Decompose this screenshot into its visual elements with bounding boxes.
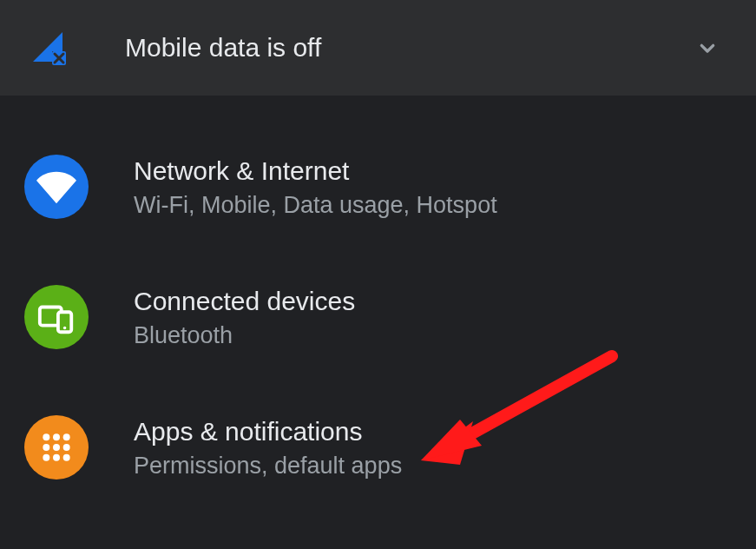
settings-item-text: Network & Internet Wi-Fi, Mobile, Data u… xyxy=(134,155,497,219)
apps-icon xyxy=(24,415,89,480)
settings-item-subtitle: Bluetooth xyxy=(134,322,355,349)
svg-point-9 xyxy=(43,444,49,451)
settings-item-text: Connected devices Bluetooth xyxy=(134,286,355,349)
settings-item-connected-devices[interactable]: Connected devices Bluetooth xyxy=(0,252,756,382)
settings-item-network[interactable]: Network & Internet Wi-Fi, Mobile, Data u… xyxy=(0,122,756,252)
expand-chevron[interactable] xyxy=(690,30,725,65)
svg-point-5 xyxy=(63,327,66,329)
devices-icon xyxy=(24,285,89,349)
svg-point-7 xyxy=(53,433,60,440)
signal-off-icon xyxy=(24,23,73,72)
settings-item-subtitle: Wi-Fi, Mobile, Data usage, Hotspot xyxy=(134,192,497,219)
svg-point-12 xyxy=(43,454,49,461)
settings-item-title: Apps & notifications xyxy=(134,416,402,447)
wifi-icon xyxy=(24,155,89,219)
chevron-down-icon xyxy=(694,34,721,62)
svg-point-10 xyxy=(53,444,60,451)
settings-item-apps[interactable]: Apps & notifications Permissions, defaul… xyxy=(0,382,756,513)
svg-point-8 xyxy=(63,433,70,440)
mobile-data-banner[interactable]: Mobile data is off xyxy=(0,0,756,96)
settings-item-title: Connected devices xyxy=(134,286,355,317)
settings-item-text: Apps & notifications Permissions, defaul… xyxy=(134,416,402,480)
banner-title: Mobile data is off xyxy=(125,33,321,63)
settings-item-subtitle: Permissions, default apps xyxy=(134,453,402,480)
settings-list: Network & Internet Wi-Fi, Mobile, Data u… xyxy=(0,96,756,513)
svg-point-13 xyxy=(53,454,60,461)
svg-point-6 xyxy=(43,433,49,440)
svg-point-14 xyxy=(63,454,70,461)
svg-point-11 xyxy=(63,444,70,451)
settings-item-title: Network & Internet xyxy=(134,155,497,187)
